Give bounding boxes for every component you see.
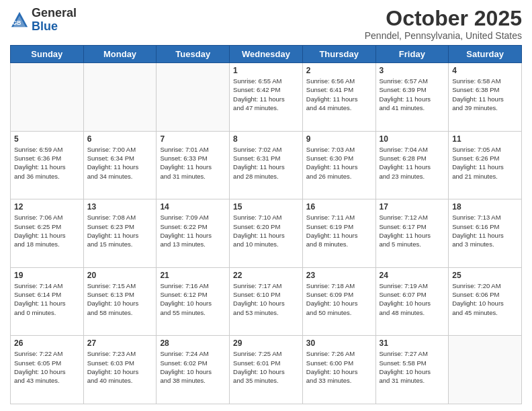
day-number: 15 [233, 202, 299, 212]
day-info: Sunrise: 6:59 AM Sunset: 6:36 PM Dayligh… [14, 145, 80, 181]
day-info: Sunrise: 7:27 AM Sunset: 5:58 PM Dayligh… [380, 349, 445, 385]
day-info: Sunrise: 7:22 AM Sunset: 6:05 PM Dayligh… [14, 349, 80, 385]
table-row: 21Sunrise: 7:16 AM Sunset: 6:12 PM Dayli… [157, 267, 230, 336]
logo-icon: GB [10, 11, 29, 30]
day-info: Sunrise: 7:04 AM Sunset: 6:28 PM Dayligh… [380, 145, 445, 181]
table-row: 9Sunrise: 7:03 AM Sunset: 6:30 PM Daylig… [302, 131, 375, 199]
col-sunday: Sunday [11, 46, 84, 63]
day-number: 29 [233, 338, 299, 348]
day-info: Sunrise: 7:19 AM Sunset: 6:07 PM Dayligh… [380, 281, 445, 317]
day-info: Sunrise: 7:18 AM Sunset: 6:09 PM Dayligh… [306, 281, 372, 317]
day-info: Sunrise: 7:11 AM Sunset: 6:19 PM Dayligh… [306, 213, 372, 248]
table-row: 10Sunrise: 7:04 AM Sunset: 6:28 PM Dayli… [375, 131, 449, 199]
day-info: Sunrise: 7:01 AM Sunset: 6:33 PM Dayligh… [160, 145, 226, 181]
day-info: Sunrise: 7:25 AM Sunset: 6:01 PM Dayligh… [233, 349, 299, 385]
col-tuesday: Tuesday [157, 46, 230, 63]
day-info: Sunrise: 7:03 AM Sunset: 6:30 PM Dayligh… [306, 145, 372, 181]
location: Penndel, Pennsylvania, United States [365, 30, 522, 41]
table-row: 17Sunrise: 7:12 AM Sunset: 6:17 PM Dayli… [375, 199, 449, 268]
day-info: Sunrise: 7:00 AM Sunset: 6:34 PM Dayligh… [87, 145, 153, 181]
table-row: 23Sunrise: 7:18 AM Sunset: 6:09 PM Dayli… [302, 267, 375, 336]
table-row: 28Sunrise: 7:24 AM Sunset: 6:02 PM Dayli… [157, 336, 230, 404]
logo-text: General Blue [32, 7, 77, 34]
day-number: 10 [380, 134, 445, 144]
table-row [83, 63, 157, 132]
col-thursday: Thursday [302, 46, 375, 63]
table-row: 24Sunrise: 7:19 AM Sunset: 6:07 PM Dayli… [375, 267, 449, 336]
day-info: Sunrise: 7:14 AM Sunset: 6:14 PM Dayligh… [14, 281, 80, 317]
day-info: Sunrise: 6:58 AM Sunset: 6:38 PM Dayligh… [452, 77, 518, 112]
day-number: 26 [14, 338, 80, 348]
table-row: 31Sunrise: 7:27 AM Sunset: 5:58 PM Dayli… [375, 336, 449, 404]
table-row: 25Sunrise: 7:20 AM Sunset: 6:06 PM Dayli… [449, 267, 522, 336]
day-number: 17 [380, 202, 445, 212]
day-number: 8 [233, 134, 299, 144]
day-number: 7 [160, 134, 226, 144]
day-info: Sunrise: 7:10 AM Sunset: 6:20 PM Dayligh… [233, 213, 299, 248]
day-info: Sunrise: 7:06 AM Sunset: 6:25 PM Dayligh… [14, 213, 80, 248]
table-row: 6Sunrise: 7:00 AM Sunset: 6:34 PM Daylig… [83, 131, 157, 199]
day-info: Sunrise: 7:08 AM Sunset: 6:23 PM Dayligh… [87, 213, 153, 248]
day-info: Sunrise: 6:57 AM Sunset: 6:39 PM Dayligh… [380, 77, 445, 112]
day-info: Sunrise: 7:23 AM Sunset: 6:03 PM Dayligh… [87, 349, 153, 385]
calendar: Sunday Monday Tuesday Wednesday Thursday… [10, 45, 522, 404]
table-row: 11Sunrise: 7:05 AM Sunset: 6:26 PM Dayli… [449, 131, 522, 199]
day-number: 6 [87, 134, 153, 144]
table-row: 3Sunrise: 6:57 AM Sunset: 6:39 PM Daylig… [375, 63, 449, 132]
day-info: Sunrise: 7:20 AM Sunset: 6:06 PM Dayligh… [452, 281, 518, 317]
calendar-week-row: 19Sunrise: 7:14 AM Sunset: 6:14 PM Dayli… [11, 267, 522, 336]
table-row: 18Sunrise: 7:13 AM Sunset: 6:16 PM Dayli… [449, 199, 522, 268]
svg-text:GB: GB [13, 19, 21, 26]
day-info: Sunrise: 7:15 AM Sunset: 6:13 PM Dayligh… [87, 281, 153, 317]
table-row: 13Sunrise: 7:08 AM Sunset: 6:23 PM Dayli… [83, 199, 157, 268]
month-title: October 2025 [365, 7, 522, 30]
day-number: 27 [87, 338, 153, 348]
header: GB General Blue October 2025 Penndel, Pe… [10, 7, 522, 41]
day-number: 22 [233, 271, 299, 280]
day-info: Sunrise: 7:24 AM Sunset: 6:02 PM Dayligh… [160, 349, 226, 385]
day-number: 1 [233, 66, 299, 75]
table-row: 8Sunrise: 7:02 AM Sunset: 6:31 PM Daylig… [230, 131, 303, 199]
table-row: 29Sunrise: 7:25 AM Sunset: 6:01 PM Dayli… [230, 336, 303, 404]
day-number: 5 [14, 134, 80, 144]
day-number: 20 [87, 271, 153, 280]
table-row [11, 63, 84, 132]
calendar-week-row: 5Sunrise: 6:59 AM Sunset: 6:36 PM Daylig… [11, 131, 522, 199]
table-row: 27Sunrise: 7:23 AM Sunset: 6:03 PM Dayli… [83, 336, 157, 404]
table-row: 19Sunrise: 7:14 AM Sunset: 6:14 PM Dayli… [11, 267, 84, 336]
col-friday: Friday [375, 46, 449, 63]
day-info: Sunrise: 7:02 AM Sunset: 6:31 PM Dayligh… [233, 145, 299, 181]
day-number: 4 [452, 66, 518, 75]
table-row: 4Sunrise: 6:58 AM Sunset: 6:38 PM Daylig… [449, 63, 522, 132]
day-info: Sunrise: 7:13 AM Sunset: 6:16 PM Dayligh… [452, 213, 518, 248]
calendar-week-row: 1Sunrise: 6:55 AM Sunset: 6:42 PM Daylig… [11, 63, 522, 132]
day-number: 16 [306, 202, 372, 212]
day-number: 21 [160, 271, 226, 280]
day-info: Sunrise: 7:09 AM Sunset: 6:22 PM Dayligh… [160, 213, 226, 248]
day-number: 9 [306, 134, 372, 144]
day-info: Sunrise: 7:26 AM Sunset: 6:00 PM Dayligh… [306, 349, 372, 385]
table-row: 1Sunrise: 6:55 AM Sunset: 6:42 PM Daylig… [230, 63, 303, 132]
table-row: 16Sunrise: 7:11 AM Sunset: 6:19 PM Dayli… [302, 199, 375, 268]
page: GB General Blue October 2025 Penndel, Pe… [0, 0, 532, 411]
day-number: 18 [452, 202, 518, 212]
day-info: Sunrise: 7:17 AM Sunset: 6:10 PM Dayligh… [233, 281, 299, 317]
col-saturday: Saturday [449, 46, 522, 63]
day-number: 28 [160, 338, 226, 348]
calendar-week-row: 26Sunrise: 7:22 AM Sunset: 6:05 PM Dayli… [11, 336, 522, 404]
day-info: Sunrise: 7:05 AM Sunset: 6:26 PM Dayligh… [452, 145, 518, 181]
day-number: 19 [14, 271, 80, 280]
day-number: 24 [380, 271, 445, 280]
calendar-header-row: Sunday Monday Tuesday Wednesday Thursday… [11, 46, 522, 63]
table-row: 14Sunrise: 7:09 AM Sunset: 6:22 PM Dayli… [157, 199, 230, 268]
table-row: 7Sunrise: 7:01 AM Sunset: 6:33 PM Daylig… [157, 131, 230, 199]
logo-blue: Blue [32, 19, 58, 33]
day-info: Sunrise: 7:12 AM Sunset: 6:17 PM Dayligh… [380, 213, 445, 248]
table-row: 26Sunrise: 7:22 AM Sunset: 6:05 PM Dayli… [11, 336, 84, 404]
logo-general: General [32, 6, 77, 19]
col-monday: Monday [83, 46, 157, 63]
day-number: 31 [380, 338, 445, 348]
table-row [449, 336, 522, 404]
table-row: 5Sunrise: 6:59 AM Sunset: 6:36 PM Daylig… [11, 131, 84, 199]
table-row: 15Sunrise: 7:10 AM Sunset: 6:20 PM Dayli… [230, 199, 303, 268]
